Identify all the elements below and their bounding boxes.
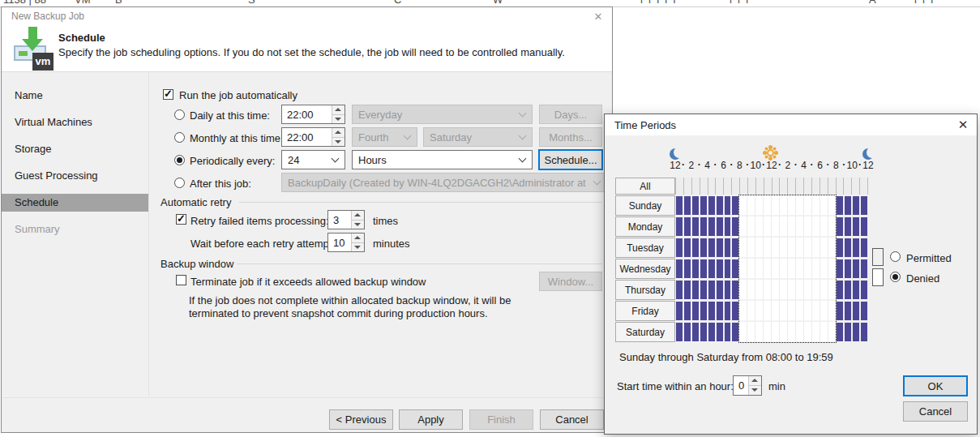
grid-cell[interactable] <box>836 238 844 258</box>
grid-cell[interactable] <box>675 238 683 258</box>
grid-cell[interactable] <box>708 301 716 321</box>
grid-cell[interactable] <box>716 322 724 342</box>
ok-button[interactable]: OK <box>903 375 968 396</box>
daily-time-input[interactable]: 22:00 <box>281 105 345 124</box>
grid-cell[interactable] <box>724 195 732 216</box>
grid-cell[interactable] <box>860 322 868 342</box>
grid-cell[interactable] <box>844 301 852 321</box>
terminate-job-checkbox[interactable] <box>176 275 186 285</box>
day-label-monday[interactable]: Monday <box>615 216 675 237</box>
grid-cell[interactable] <box>683 301 691 321</box>
grid-cell[interactable] <box>683 322 691 342</box>
grid-cell[interactable] <box>836 216 844 237</box>
after-job-radio[interactable] <box>174 178 185 188</box>
grid-cell[interactable] <box>675 216 683 237</box>
permitted-radio[interactable] <box>890 251 901 262</box>
grid-cell[interactable] <box>675 280 683 300</box>
schedule-button[interactable]: Schedule... <box>538 149 603 170</box>
grid-cell[interactable] <box>860 216 868 237</box>
day-label-all[interactable]: All <box>615 178 675 195</box>
grid-cell[interactable] <box>852 238 860 258</box>
wait-minutes-input[interactable]: 10 <box>327 233 365 252</box>
sidebar-item-name[interactable]: Name <box>2 87 148 105</box>
grid-cell[interactable] <box>708 280 716 300</box>
grid-cell[interactable] <box>683 238 691 258</box>
grid-cell[interactable] <box>716 301 724 321</box>
grid-cell[interactable] <box>860 259 868 279</box>
day-label-tuesday[interactable]: Tuesday <box>615 238 675 258</box>
daily-radio[interactable] <box>174 109 185 120</box>
grid-cell[interactable] <box>836 280 844 300</box>
hour-column-header[interactable] <box>820 178 828 195</box>
grid-cell[interactable] <box>836 259 844 279</box>
grid-cell[interactable] <box>691 216 700 237</box>
grid-cell[interactable] <box>716 259 724 279</box>
grid-cell[interactable] <box>852 195 860 216</box>
grid-cell[interactable] <box>700 216 708 237</box>
hour-column-header[interactable] <box>859 178 867 195</box>
day-label-saturday[interactable]: Saturday <box>615 322 675 342</box>
spinner-buttons[interactable] <box>351 211 364 229</box>
time-spinner-buttons[interactable] <box>332 128 344 146</box>
previous-button[interactable]: < Previous <box>329 409 393 430</box>
hour-column-header[interactable] <box>851 178 859 195</box>
hour-column-header[interactable] <box>755 178 764 195</box>
grid-cell[interactable] <box>852 216 860 237</box>
hour-column-header[interactable] <box>700 178 708 195</box>
hour-column-header[interactable] <box>739 178 747 195</box>
grid-cell[interactable] <box>683 280 691 300</box>
day-label-sunday[interactable]: Sunday <box>615 195 675 216</box>
monthly-time-input[interactable]: 22:00 <box>281 127 345 147</box>
grid-cell[interactable] <box>683 259 691 279</box>
hour-column-header[interactable] <box>803 178 811 195</box>
grid-cell[interactable] <box>860 238 868 258</box>
retry-failed-checkbox[interactable] <box>176 214 186 225</box>
grid-cell[interactable] <box>708 322 716 342</box>
grid-cell[interactable] <box>860 301 868 321</box>
grid-cell[interactable] <box>691 259 700 279</box>
grid-cell[interactable] <box>700 195 708 216</box>
grid-cell[interactable] <box>844 195 852 216</box>
grid-cell[interactable] <box>675 259 683 279</box>
start-time-input[interactable]: 0 <box>733 375 762 396</box>
grid-cell[interactable] <box>724 216 732 237</box>
run-automatically-checkbox[interactable] <box>163 89 173 100</box>
periodically-unit-dropdown[interactable]: Hours <box>352 150 533 169</box>
grid-cell[interactable] <box>860 195 868 216</box>
grid-cell[interactable] <box>700 259 708 279</box>
grid-cell[interactable] <box>691 301 700 321</box>
grid-cell[interactable] <box>691 280 700 300</box>
grid-cell[interactable] <box>844 216 852 237</box>
close-icon[interactable]: ✕ <box>949 118 977 132</box>
grid-cell[interactable] <box>683 195 691 216</box>
grid-cell[interactable] <box>836 322 844 342</box>
sidebar-item-guest-processing[interactable]: Guest Processing <box>2 167 148 185</box>
sidebar-item-storage[interactable]: Storage <box>2 140 148 158</box>
grid-cell[interactable] <box>844 259 852 279</box>
hour-column-header[interactable] <box>715 178 723 195</box>
sidebar-item-schedule[interactable]: Schedule <box>2 194 148 212</box>
close-icon[interactable]: ✕ <box>584 11 612 23</box>
grid-cell[interactable] <box>860 280 868 300</box>
day-label-wednesday[interactable]: Wednesday <box>615 259 675 279</box>
hour-column-header[interactable] <box>828 178 836 195</box>
grid-cell[interactable] <box>836 301 844 321</box>
day-label-thursday[interactable]: Thursday <box>615 280 675 300</box>
hour-column-header[interactable] <box>772 178 780 195</box>
grid-cell[interactable] <box>708 238 716 258</box>
hour-column-header[interactable] <box>691 178 700 195</box>
tp-cancel-button[interactable]: Cancel <box>903 401 968 422</box>
grid-cell[interactable] <box>675 301 683 321</box>
hour-column-header[interactable] <box>675 178 683 195</box>
grid-cell[interactable] <box>716 195 724 216</box>
grid-cell[interactable] <box>691 195 700 216</box>
hour-column-header[interactable] <box>843 178 851 195</box>
grid-cell[interactable] <box>724 322 732 342</box>
hour-column-header[interactable] <box>747 178 755 195</box>
periodically-radio[interactable] <box>174 155 185 165</box>
hour-column-header[interactable] <box>723 178 731 195</box>
hour-column-header[interactable] <box>764 178 772 195</box>
grid-cell[interactable] <box>716 216 724 237</box>
grid-cell[interactable] <box>675 195 683 216</box>
grid-cell[interactable] <box>716 238 724 258</box>
